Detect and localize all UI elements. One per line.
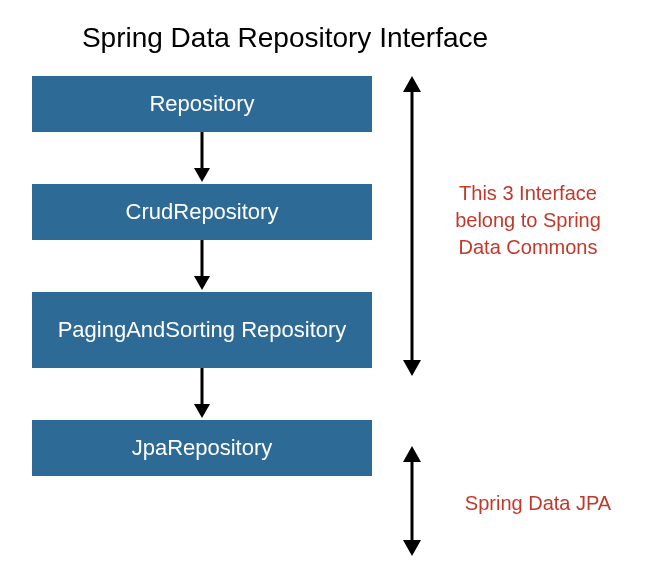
svg-marker-9 [403,446,421,462]
svg-marker-6 [403,76,421,92]
svg-marker-1 [194,168,210,182]
arrow-down-icon [32,368,372,420]
page-title: Spring Data Repository Interface [0,0,650,54]
box-label: Repository [149,91,254,117]
box-label: CrudRepository [126,199,279,225]
annotation-jpa: Spring Data JPA [448,490,628,517]
annotation-commons: This 3 Interface belong to Spring Data C… [438,180,618,261]
box-crud-repository: CrudRepository [32,184,372,240]
svg-marker-3 [194,276,210,290]
box-paging-sorting-repository: PagingAndSorting Repository [32,292,372,368]
arrow-down-icon [32,132,372,184]
bracket-arrow-jpa-icon [400,446,424,560]
box-label: JpaRepository [132,435,273,461]
arrow-down-icon [32,240,372,292]
box-jpa-repository: JpaRepository [32,420,372,476]
svg-marker-5 [194,404,210,418]
bracket-arrow-commons-icon [400,76,424,380]
svg-marker-8 [403,360,421,376]
box-repository: Repository [32,76,372,132]
svg-marker-11 [403,540,421,556]
diagram: Repository CrudRepository PagingAndSorti… [0,76,650,476]
box-label: PagingAndSorting Repository [58,316,347,344]
